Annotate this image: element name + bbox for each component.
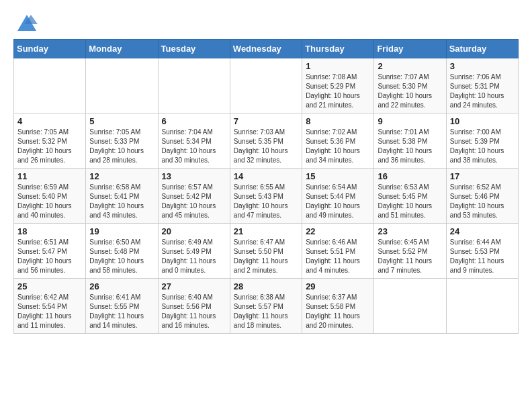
day-number: 11 [17,171,82,181]
calendar-cell [446,279,518,334]
day-number: 24 [450,226,515,236]
calendar-cell: 26Sunrise: 6:41 AM Sunset: 5:55 PM Dayli… [86,279,158,334]
calendar-cell: 12Sunrise: 6:58 AM Sunset: 5:41 PM Dayli… [86,169,158,224]
calendar-cell: 10Sunrise: 7:00 AM Sunset: 5:39 PM Dayli… [446,113,518,169]
day-info: Sunrise: 6:40 AM Sunset: 5:56 PM Dayligh… [162,293,226,330]
day-info: Sunrise: 7:05 AM Sunset: 5:32 PM Dayligh… [17,128,82,165]
day-info: Sunrise: 7:07 AM Sunset: 5:30 PM Dayligh… [378,73,442,110]
day-info: Sunrise: 7:03 AM Sunset: 5:35 PM Dayligh… [234,128,298,165]
day-info: Sunrise: 7:01 AM Sunset: 5:38 PM Dayligh… [378,128,442,165]
day-number: 8 [306,116,370,126]
day-info: Sunrise: 6:37 AM Sunset: 5:58 PM Dayligh… [306,293,370,330]
day-info: Sunrise: 6:58 AM Sunset: 5:41 PM Dayligh… [89,183,154,220]
day-number: 18 [17,226,82,236]
calendar-cell: 21Sunrise: 6:47 AM Sunset: 5:50 PM Dayli… [230,224,302,279]
day-info: Sunrise: 6:49 AM Sunset: 5:49 PM Dayligh… [162,238,226,275]
calendar-cell: 17Sunrise: 6:52 AM Sunset: 5:46 PM Dayli… [446,169,518,224]
calendar-cell: 27Sunrise: 6:40 AM Sunset: 5:56 PM Dayli… [158,279,230,334]
day-number: 17 [450,171,515,181]
day-number: 27 [162,281,226,291]
day-info: Sunrise: 6:41 AM Sunset: 5:55 PM Dayligh… [89,293,154,330]
calendar-cell: 3Sunrise: 7:06 AM Sunset: 5:31 PM Daylig… [446,58,518,113]
calendar-cell: 15Sunrise: 6:54 AM Sunset: 5:44 PM Dayli… [302,169,374,224]
day-header-tuesday: Tuesday [158,40,230,58]
day-number: 6 [162,116,226,126]
calendar-cell: 5Sunrise: 7:05 AM Sunset: 5:33 PM Daylig… [86,113,158,169]
calendar-week-5: 25Sunrise: 6:42 AM Sunset: 5:54 PM Dayli… [14,279,519,334]
calendar-week-3: 11Sunrise: 6:59 AM Sunset: 5:40 PM Dayli… [14,169,519,224]
day-number: 12 [89,171,154,181]
day-number: 4 [17,116,82,126]
day-number: 9 [378,116,442,126]
day-info: Sunrise: 6:59 AM Sunset: 5:40 PM Dayligh… [17,183,82,220]
day-number: 26 [89,281,154,291]
calendar-cell: 19Sunrise: 6:50 AM Sunset: 5:48 PM Dayli… [86,224,158,279]
day-info: Sunrise: 7:00 AM Sunset: 5:39 PM Dayligh… [450,128,515,165]
day-number: 10 [450,116,515,126]
day-info: Sunrise: 6:53 AM Sunset: 5:45 PM Dayligh… [378,183,442,220]
calendar-cell: 9Sunrise: 7:01 AM Sunset: 5:38 PM Daylig… [374,113,446,169]
day-info: Sunrise: 6:51 AM Sunset: 5:47 PM Dayligh… [17,238,82,275]
logo [13,13,38,32]
day-info: Sunrise: 7:05 AM Sunset: 5:33 PM Dayligh… [89,128,154,165]
day-info: Sunrise: 6:44 AM Sunset: 5:53 PM Dayligh… [450,238,515,275]
day-info: Sunrise: 6:55 AM Sunset: 5:43 PM Dayligh… [234,183,298,220]
calendar-cell: 29Sunrise: 6:37 AM Sunset: 5:58 PM Dayli… [302,279,374,334]
calendar-cell: 4Sunrise: 7:05 AM Sunset: 5:32 PM Daylig… [14,113,86,169]
day-number: 2 [378,61,442,71]
calendar-cell: 2Sunrise: 7:07 AM Sunset: 5:30 PM Daylig… [374,58,446,113]
calendar-week-4: 18Sunrise: 6:51 AM Sunset: 5:47 PM Dayli… [14,224,519,279]
calendar-cell [230,58,302,113]
calendar-week-1: 1Sunrise: 7:08 AM Sunset: 5:29 PM Daylig… [14,58,519,113]
calendar-cell [158,58,230,113]
day-info: Sunrise: 7:08 AM Sunset: 5:29 PM Dayligh… [306,73,370,110]
calendar-week-2: 4Sunrise: 7:05 AM Sunset: 5:32 PM Daylig… [14,113,519,169]
day-header-row: SundayMondayTuesdayWednesdayThursdayFrid… [14,40,519,58]
calendar-cell: 14Sunrise: 6:55 AM Sunset: 5:43 PM Dayli… [230,169,302,224]
day-info: Sunrise: 7:02 AM Sunset: 5:36 PM Dayligh… [306,128,370,165]
day-number: 15 [306,171,370,181]
day-info: Sunrise: 6:42 AM Sunset: 5:54 PM Dayligh… [17,293,82,330]
day-info: Sunrise: 6:52 AM Sunset: 5:46 PM Dayligh… [450,183,515,220]
day-header-wednesday: Wednesday [230,40,302,58]
day-number: 28 [234,281,298,291]
day-number: 7 [234,116,298,126]
day-info: Sunrise: 6:54 AM Sunset: 5:44 PM Dayligh… [306,183,370,220]
calendar-cell [86,58,158,113]
day-header-sunday: Sunday [14,40,86,58]
calendar-cell: 25Sunrise: 6:42 AM Sunset: 5:54 PM Dayli… [14,279,86,334]
day-info: Sunrise: 6:47 AM Sunset: 5:50 PM Dayligh… [234,238,298,275]
calendar-cell: 1Sunrise: 7:08 AM Sunset: 5:29 PM Daylig… [302,58,374,113]
day-number: 25 [17,281,82,291]
day-number: 13 [162,171,226,181]
day-info: Sunrise: 6:57 AM Sunset: 5:42 PM Dayligh… [162,183,226,220]
day-header-thursday: Thursday [302,40,374,58]
calendar-cell: 8Sunrise: 7:02 AM Sunset: 5:36 PM Daylig… [302,113,374,169]
day-info: Sunrise: 7:06 AM Sunset: 5:31 PM Dayligh… [450,73,515,110]
day-info: Sunrise: 6:38 AM Sunset: 5:57 PM Dayligh… [234,293,298,330]
calendar-cell [14,58,86,113]
day-number: 29 [306,281,370,291]
calendar-cell: 16Sunrise: 6:53 AM Sunset: 5:45 PM Dayli… [374,169,446,224]
calendar-cell: 28Sunrise: 6:38 AM Sunset: 5:57 PM Dayli… [230,279,302,334]
calendar-cell: 24Sunrise: 6:44 AM Sunset: 5:53 PM Dayli… [446,224,518,279]
day-header-friday: Friday [374,40,446,58]
day-number: 16 [378,171,442,181]
day-number: 22 [306,226,370,236]
day-number: 1 [306,61,370,71]
calendar-body: 1Sunrise: 7:08 AM Sunset: 5:29 PM Daylig… [14,58,519,334]
day-number: 19 [89,226,154,236]
calendar-cell: 6Sunrise: 7:04 AM Sunset: 5:34 PM Daylig… [158,113,230,169]
calendar-cell: 22Sunrise: 6:46 AM Sunset: 5:51 PM Dayli… [302,224,374,279]
day-header-saturday: Saturday [446,40,518,58]
day-info: Sunrise: 7:04 AM Sunset: 5:34 PM Dayligh… [162,128,226,165]
calendar-header: SundayMondayTuesdayWednesdayThursdayFrid… [14,40,519,58]
calendar-cell: 7Sunrise: 7:03 AM Sunset: 5:35 PM Daylig… [230,113,302,169]
calendar-cell [374,279,446,334]
day-info: Sunrise: 6:46 AM Sunset: 5:51 PM Dayligh… [306,238,370,275]
calendar-table: SundayMondayTuesdayWednesdayThursdayFrid… [13,39,519,334]
header [13,11,519,32]
day-number: 20 [162,226,226,236]
day-info: Sunrise: 6:45 AM Sunset: 5:52 PM Dayligh… [378,238,442,275]
calendar-cell: 11Sunrise: 6:59 AM Sunset: 5:40 PM Dayli… [14,169,86,224]
